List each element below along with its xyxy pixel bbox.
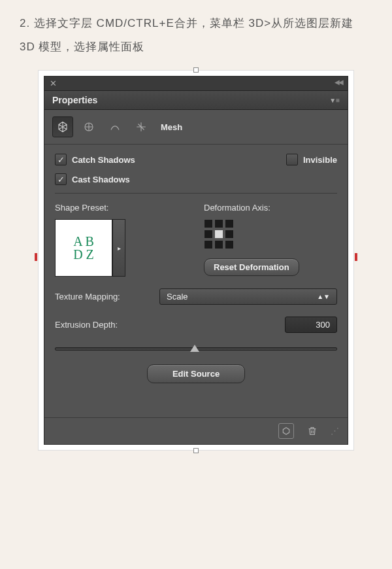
extrusion-depth-input[interactable]: 300 [285,317,337,333]
collapse-icon[interactable]: ◀◀ [335,78,342,88]
trash-icon[interactable] [304,423,320,439]
transform-handle-left[interactable] [35,253,37,261]
texture-mapping-row: Texture Mapping: Scale ▲▼ [55,288,337,305]
preset-deform-row: Shape Preset: A B D Z ▸ Deformation Axis… [55,203,337,277]
panel-menu-icon[interactable]: ▼≡ [329,97,340,104]
instruction-text: 2. 选择文字层 CMD/CTRL+E合并，菜单栏 3D>从所选图层新建 3D … [20,12,372,58]
mesh-tab-icon[interactable] [52,116,73,137]
panel-container: ✕ ◀◀ Properties ▼≡ Mesh [38,70,354,451]
invisible-checkbox[interactable] [286,154,298,165]
close-icon[interactable]: ✕ [50,78,57,88]
render-icon[interactable] [278,423,294,439]
shadows-row-2: ✓ Cast Shadows [55,173,337,185]
edit-source-button[interactable]: Edit Source [147,364,245,383]
tab-row: Mesh [44,110,348,145]
catch-shadows-checkbox[interactable]: ✓ [55,154,67,165]
shape-preset-label: Shape Preset: [55,203,188,213]
shape-preset-thumb: A B D Z [55,219,112,277]
coordinates-tab-icon[interactable] [131,116,152,137]
shape-preset-dropdown-icon[interactable]: ▸ [112,219,125,277]
texture-mapping-dropdown[interactable]: Scale ▲▼ [159,288,337,305]
extrusion-row: Extrusion Depth: 300 [55,317,337,333]
transform-handle-right[interactable] [355,253,357,261]
deform-tab-icon[interactable] [78,116,99,137]
shadows-row-1: ✓ Catch Shadows Invisible [55,154,337,165]
divider [55,193,337,194]
cast-shadows-checkbox[interactable]: ✓ [55,173,67,185]
texture-mapping-value: Scale [167,292,188,302]
panel-footer: ⋰ [44,417,348,444]
cast-shadows-label: Cast Shadows [72,175,130,184]
dropdown-arrows-icon: ▲▼ [317,293,330,300]
reset-deformation-button[interactable]: Reset Deformation [204,258,299,276]
panel-title: Properties [52,95,97,105]
transform-handle-bottom[interactable] [193,448,199,453]
resize-grip-icon[interactable]: ⋰ [331,428,338,434]
catch-shadows-label: Catch Shadows [72,155,135,165]
deform-axis-label: Deformation Axis: [204,203,337,213]
mesh-section: ✓ Catch Shadows Invisible ✓ Cast Shadows… [44,145,348,417]
shape-preset-picker[interactable]: A B D Z ▸ [55,219,127,277]
extrusion-slider[interactable] [55,345,337,353]
extrusion-depth-label: Extrusion Depth: [55,320,153,330]
slider-thumb[interactable] [190,345,199,352]
panel-title-row: Properties ▼≡ [44,91,348,110]
texture-mapping-label: Texture Mapping: [55,292,153,302]
cap-tab-icon[interactable] [105,116,125,137]
panel-header: ✕ ◀◀ [44,77,348,91]
transform-handle-top[interactable] [193,67,199,73]
invisible-label: Invisible [303,155,337,165]
properties-panel: ✕ ◀◀ Properties ▼≡ Mesh [44,76,348,445]
tab-label: Mesh [161,122,182,132]
deformation-axis-grid[interactable] [204,219,337,249]
